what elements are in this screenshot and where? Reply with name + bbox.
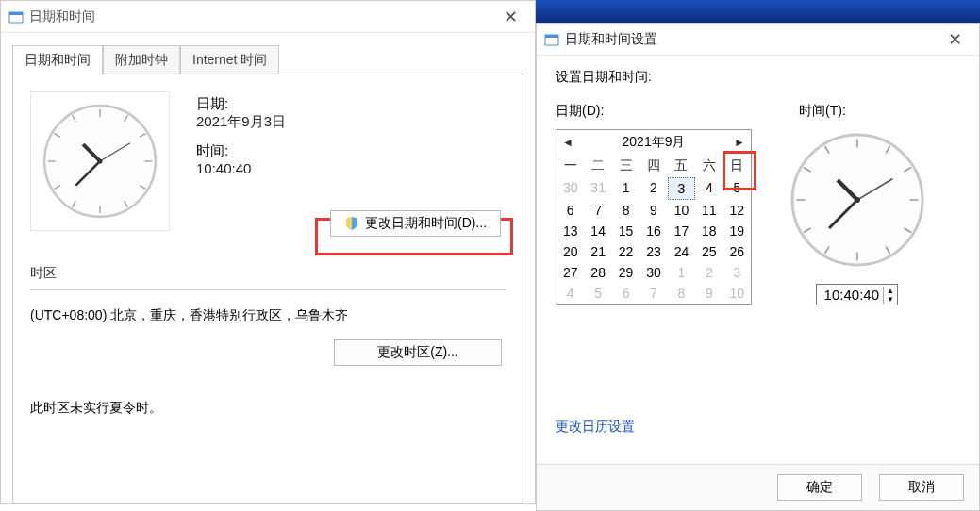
calendar-day[interactable]: 3	[668, 177, 695, 200]
timezone-section-label: 时区	[30, 265, 506, 282]
calendar-day[interactable]: 26	[723, 241, 751, 262]
timezone-value: (UTC+08:00) 北京，重庆，香港特别行政区，乌鲁木齐	[30, 307, 506, 324]
calendar[interactable]: ◄ 2021年9月 ► 一二三四五六日303112345678910111213…	[556, 129, 752, 305]
time-up-button[interactable]: ▲	[884, 287, 897, 295]
calendar-day[interactable]: 4	[556, 283, 584, 304]
change-date-time-button[interactable]: 更改日期和时间(D)...	[330, 210, 501, 237]
date-picker-label: 日期(D):	[556, 103, 754, 120]
titlebar: 日期和时间 ✕	[1, 1, 535, 33]
settings-window-title: 日期和时间设置	[565, 31, 657, 48]
calendar-day[interactable]: 30	[556, 177, 584, 200]
calendar-day[interactable]: 22	[612, 241, 639, 262]
next-month-button[interactable]: ►	[734, 136, 745, 149]
dow-header: 三	[612, 155, 639, 177]
divider	[30, 289, 506, 290]
calendar-day[interactable]: 8	[612, 200, 639, 221]
window-icon	[544, 32, 559, 47]
date-time-window: 日期和时间 ✕ 日期和时间 附加时钟 Internet 时间	[0, 0, 536, 504]
tab-date-time[interactable]: 日期和时间	[12, 45, 103, 74]
calendar-month-title[interactable]: 2021年9月	[623, 134, 686, 151]
calendar-day[interactable]: 18	[695, 221, 723, 241]
calendar-day[interactable]: 25	[695, 241, 723, 262]
calendar-day[interactable]: 10	[668, 200, 695, 221]
dow-header: 一	[556, 155, 584, 177]
titlebar-settings: 日期和时间设置 ✕	[537, 24, 979, 56]
calendar-day[interactable]: 6	[612, 283, 639, 304]
calendar-day[interactable]: 20	[556, 241, 584, 262]
calendar-day[interactable]: 11	[695, 200, 723, 221]
prev-month-button[interactable]: ◄	[562, 136, 573, 149]
shield-icon	[344, 216, 359, 231]
svg-rect-20	[545, 35, 558, 38]
tabs-container: 日期和时间 附加时钟 Internet 时间	[1, 33, 535, 503]
time-value: 10:40:40	[196, 160, 286, 176]
dow-header: 四	[639, 155, 667, 177]
calendar-day[interactable]: 24	[668, 241, 695, 262]
analog-clock	[30, 91, 170, 231]
calendar-day[interactable]: 27	[556, 262, 584, 283]
tab-content: 日期: 2021年9月3日 时间: 10:40:40 更改日期和时间(D)...	[12, 74, 523, 503]
calendar-day[interactable]: 4	[695, 177, 723, 200]
dow-header: 二	[584, 155, 611, 177]
calendar-day[interactable]: 9	[695, 283, 723, 304]
svg-rect-1	[9, 12, 23, 15]
svg-point-37	[855, 197, 860, 203]
change-date-time-label: 更改日期和时间(D)...	[365, 215, 487, 232]
close-button[interactable]: ✕	[494, 3, 527, 31]
date-label: 日期:	[196, 95, 286, 113]
svg-point-18	[97, 158, 102, 163]
calendar-day[interactable]: 13	[556, 221, 584, 241]
calendar-day[interactable]: 21	[584, 241, 611, 262]
calendar-day[interactable]: 12	[723, 200, 751, 221]
calendar-day[interactable]: 23	[639, 241, 667, 262]
calendar-day[interactable]: 7	[639, 283, 667, 304]
date-value: 2021年9月3日	[196, 113, 286, 131]
calendar-day[interactable]: 6	[556, 200, 584, 221]
time-input[interactable]	[817, 285, 883, 305]
window-icon	[8, 9, 24, 25]
time-spinner[interactable]: ▲ ▼	[816, 284, 898, 305]
change-timezone-button[interactable]: 更改时区(Z)...	[334, 339, 502, 366]
dow-header: 五	[668, 155, 695, 177]
calendar-day[interactable]: 2	[639, 177, 667, 200]
calendar-day[interactable]: 2	[695, 262, 723, 283]
close-button-settings[interactable]: ✕	[938, 25, 972, 54]
highlight-day-5	[723, 151, 756, 190]
calendar-day[interactable]: 28	[584, 262, 611, 283]
calendar-day[interactable]: 17	[668, 221, 695, 241]
ok-button[interactable]: 确定	[777, 474, 862, 501]
dst-note: 此时区未实行夏令时。	[30, 400, 506, 417]
calendar-day[interactable]: 8	[668, 283, 695, 304]
date-time-settings-window: 日期和时间设置 ✕ 设置日期和时间: 日期(D): ◄ 2021年9月 ► 一二…	[536, 23, 980, 511]
calendar-day[interactable]: 15	[612, 221, 639, 241]
time-picker-label: 时间(T):	[799, 103, 960, 120]
calendar-day[interactable]: 30	[639, 262, 667, 283]
time-down-button[interactable]: ▼	[884, 295, 897, 304]
calendar-day[interactable]: 1	[612, 177, 639, 200]
time-label: 时间:	[196, 142, 286, 160]
calendar-day[interactable]: 31	[584, 177, 611, 200]
calendar-day[interactable]: 9	[639, 200, 667, 221]
window-title: 日期和时间	[29, 8, 95, 25]
button-bar: 确定 取消	[537, 464, 979, 510]
settings-header: 设置日期和时间:	[556, 69, 960, 86]
change-calendar-settings-link[interactable]: 更改日历设置	[556, 419, 635, 434]
cancel-button[interactable]: 取消	[879, 474, 964, 501]
calendar-day[interactable]: 10	[723, 283, 751, 304]
dow-header: 六	[695, 155, 723, 177]
calendar-day[interactable]: 7	[584, 200, 611, 221]
tab-additional-clocks[interactable]: 附加时钟	[103, 45, 180, 74]
calendar-day[interactable]: 5	[584, 283, 611, 304]
calendar-day[interactable]: 19	[723, 221, 751, 241]
calendar-day[interactable]: 1	[668, 262, 695, 283]
tab-internet-time[interactable]: Internet 时间	[180, 45, 279, 74]
analog-clock-settings	[787, 129, 928, 271]
calendar-day[interactable]: 29	[612, 262, 639, 283]
calendar-day[interactable]: 14	[584, 221, 611, 241]
calendar-day[interactable]: 3	[723, 262, 751, 283]
calendar-day[interactable]: 16	[639, 221, 667, 241]
